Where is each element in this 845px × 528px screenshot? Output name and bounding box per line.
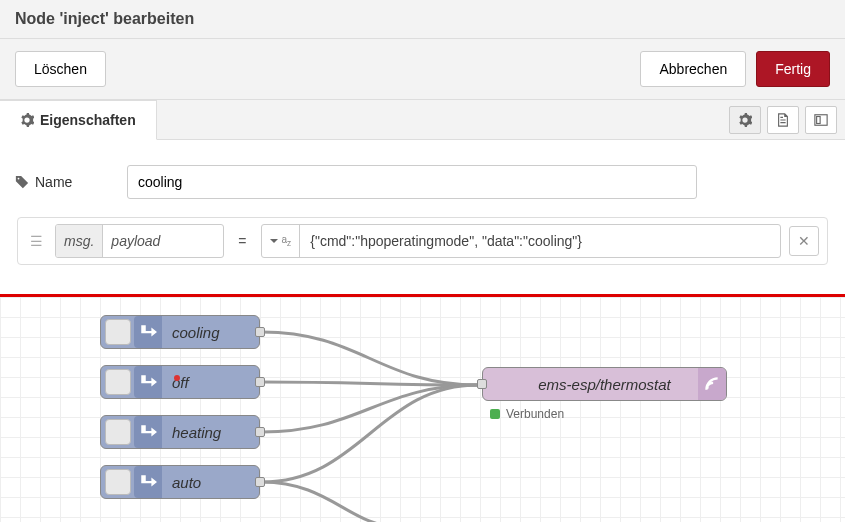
inject-trigger-button[interactable]	[105, 369, 131, 395]
equals-label: =	[232, 233, 252, 249]
gear-icon	[738, 113, 752, 127]
caret-down-icon	[270, 237, 278, 245]
drag-handle-icon[interactable]: ☰	[26, 233, 47, 249]
node-inject-cooling[interactable]: cooling	[100, 315, 260, 349]
input-port[interactable]	[477, 379, 487, 389]
inject-trigger-button[interactable]	[105, 419, 131, 445]
node-label: cooling	[162, 324, 230, 341]
value-type-selector[interactable]: az	[262, 225, 301, 257]
node-mqtt-out[interactable]: ems-esp/thermostat	[482, 367, 727, 401]
docs-tab-icon[interactable]	[767, 106, 799, 134]
tag-icon	[15, 175, 29, 189]
node-label: ems-esp/thermostat	[538, 376, 671, 393]
inject-trigger-button[interactable]	[105, 469, 131, 495]
cancel-button[interactable]: Abbrechen	[640, 51, 746, 87]
node-status: Verbunden	[490, 407, 564, 421]
flow-canvas[interactable]: cooling off heating auto ems-esp/thermos…	[0, 297, 845, 522]
node-label: off	[162, 374, 199, 391]
inject-icon	[134, 316, 162, 348]
dirty-indicator	[174, 375, 180, 381]
status-dot-icon	[490, 409, 500, 419]
node-label: auto	[162, 474, 211, 491]
dialog-title: Node 'inject' bearbeiten	[15, 10, 830, 38]
mqtt-icon	[698, 368, 726, 400]
property-row: ☰ msg. payload = az {"cmd":"hpoperatingm…	[17, 217, 828, 265]
node-inject-off[interactable]: off	[100, 365, 260, 399]
msg-field-input[interactable]: payload	[103, 233, 223, 249]
inject-icon	[134, 366, 162, 398]
output-port[interactable]	[255, 477, 265, 487]
inject-icon	[134, 416, 162, 448]
msg-prefix: msg.	[56, 225, 103, 257]
layout-icon	[814, 113, 828, 127]
tab-properties-label: Eigenschaften	[40, 112, 136, 128]
name-input[interactable]	[127, 165, 697, 199]
node-inject-heating[interactable]: heating	[100, 415, 260, 449]
node-label: heating	[162, 424, 231, 441]
dialog-toolbar: Löschen Abbrechen Fertig	[0, 39, 845, 100]
name-label: Name	[15, 174, 115, 190]
appearance-tab-icon[interactable]	[805, 106, 837, 134]
inject-icon	[134, 466, 162, 498]
settings-tab-icon[interactable]	[729, 106, 761, 134]
tab-properties[interactable]: Eigenschaften	[0, 100, 157, 140]
output-port[interactable]	[255, 377, 265, 387]
node-inject-auto[interactable]: auto	[100, 465, 260, 499]
az-icon: az	[282, 234, 292, 248]
inject-trigger-button[interactable]	[105, 319, 131, 345]
delete-property-button[interactable]: ✕	[789, 226, 819, 256]
done-button[interactable]: Fertig	[756, 51, 830, 87]
delete-button[interactable]: Löschen	[15, 51, 106, 87]
value-input[interactable]: {"cmd":"hpoperatingmode", "data":"coolin…	[300, 233, 592, 249]
file-icon	[776, 113, 790, 127]
output-port[interactable]	[255, 427, 265, 437]
close-icon: ✕	[798, 233, 810, 249]
svg-rect-1	[817, 116, 821, 123]
output-port[interactable]	[255, 327, 265, 337]
gear-icon	[20, 113, 34, 127]
